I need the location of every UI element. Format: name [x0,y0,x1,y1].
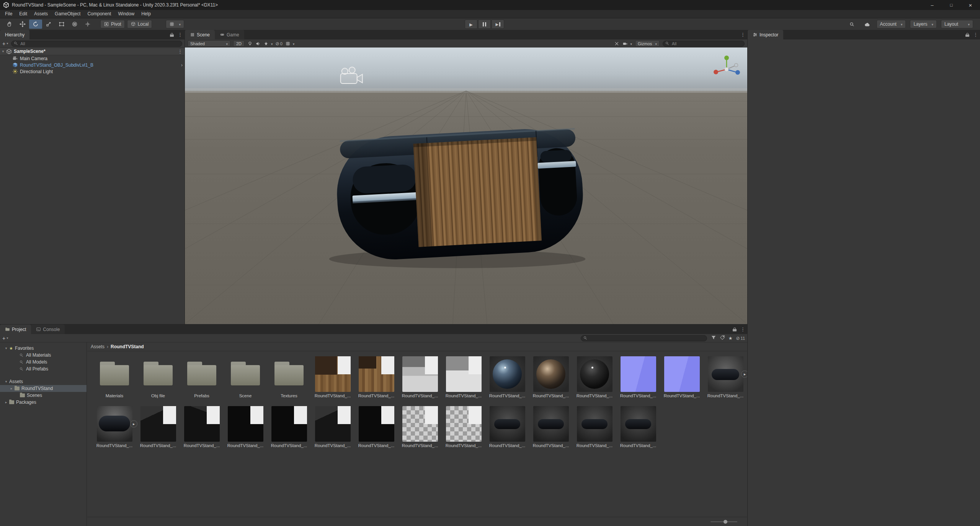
folder-item[interactable]: Obj file [138,356,178,406]
asset-item[interactable]: RoundTVStand_... [356,356,397,406]
hand-tool-button[interactable] [3,20,16,29]
project-lock-icon[interactable] [733,328,737,331]
project-create-button[interactable] [2,336,8,341]
saved-search-star-icon[interactable] [728,336,733,341]
menu-item-window[interactable]: Window [114,10,138,18]
sidebar-all-models[interactable]: All Models [0,359,87,365]
asset-item[interactable]: RoundTVStand_... [400,406,440,456]
tab-game[interactable]: Game [215,30,244,39]
inspector-lock-icon[interactable] [965,33,969,37]
expand-asset-button[interactable] [741,370,747,378]
project-search-field[interactable] [581,335,707,341]
hierarchy-scene-row[interactable]: ▾ SampleScene* [0,48,185,55]
asset-item[interactable]: RoundTVStand_... [618,356,658,406]
asset-item[interactable]: RoundTVStand_... [312,356,353,406]
asset-item[interactable]: RoundTVStand_... [225,406,266,456]
asset-item[interactable]: RoundTVStand_... [94,406,135,456]
breadcrumb-current[interactable]: RoundTVStand [111,344,144,349]
hierarchy-item-main-camera[interactable]: Main Camera [0,55,185,62]
scene-tools-icon[interactable] [614,41,619,46]
tab-hierarchy[interactable]: Hierarchy [0,30,29,39]
minimize-button[interactable] [923,0,942,10]
menu-item-help[interactable]: Help [138,10,154,18]
scale-tool-button[interactable] [42,20,55,29]
asset-item[interactable]: RoundTVStand_... [356,406,397,456]
asset-item[interactable]: RoundTVStand_... [487,356,528,406]
folder-item[interactable]: Scene [225,356,266,406]
move-tool-button[interactable] [16,20,29,29]
hierarchy-item-roundtvstand-obj-subdivlvl1-b[interactable]: RoundTVStand_OBJ_SubdivLvl1_B [0,62,185,68]
play-button[interactable] [465,20,477,29]
scene-row-menu-icon[interactable] [178,49,181,54]
menu-item-assets[interactable]: Assets [31,10,51,18]
local-toggle[interactable]: Local [127,20,152,28]
sidebar-assets[interactable]: ▾Assets [0,378,87,385]
scene-audio-toggle[interactable] [255,41,261,46]
rotate-tool-button[interactable] [29,20,42,29]
tree-caret-icon[interactable]: ▾ [3,346,9,350]
layout-dropdown[interactable]: Layout [941,20,973,28]
sidebar-roundtvstand[interactable]: ▸RoundTVStand [0,385,87,392]
2d-toggle[interactable]: 2D [233,40,245,47]
search-by-type-icon[interactable] [711,335,716,341]
pause-button[interactable] [478,20,491,29]
scene-search-input[interactable] [672,41,742,46]
scene-panel-menu-icon[interactable] [740,32,744,38]
rect-tool-button[interactable] [55,20,68,29]
hierarchy-item-directional-light[interactable]: Directional Light [0,68,185,75]
inspector-menu-icon[interactable] [973,32,977,38]
scene-viewport[interactable] [185,48,747,324]
expand-asset-button[interactable] [130,420,137,428]
sidebar-packages[interactable]: ▸Packages [0,399,87,406]
asset-item[interactable]: RoundTVStand_... [443,406,484,456]
tab-console[interactable]: Console [31,324,65,334]
close-button[interactable] [961,0,980,10]
folder-item[interactable]: Materials [94,356,135,406]
scene-effects-dropdown[interactable] [263,41,273,46]
asset-item[interactable]: RoundTVStand_... [181,406,222,456]
thumbnail-zoom-slider[interactable] [710,521,737,522]
tab-scene[interactable]: Scene [185,30,215,39]
asset-item[interactable]: RoundTVStand_... [574,356,615,406]
asset-item[interactable]: RoundTVStand_... [662,356,702,406]
folder-item[interactable]: Prefabs [181,356,222,406]
hierarchy-search-input[interactable] [20,41,179,46]
menu-item-component[interactable]: Component [84,10,114,18]
scene-search-field[interactable] [663,41,745,47]
tree-caret-icon[interactable]: ▸ [8,387,15,390]
asset-item[interactable]: RoundTVStand_... [618,406,658,456]
tree-caret-icon[interactable]: ▾ [3,380,9,383]
asset-item[interactable]: RoundTVStand_... [312,406,353,456]
unity-search-button[interactable] [847,20,858,28]
asset-item[interactable]: RoundTVStand_... [269,406,309,456]
asset-item[interactable]: RoundTVStand_... [443,356,484,406]
menu-item-edit[interactable]: Edit [16,10,31,18]
open-prefab-arrow-icon[interactable] [181,62,183,68]
hierarchy-lock-icon[interactable] [170,33,174,37]
collab-cloud-button[interactable] [862,20,872,28]
tree-caret-icon[interactable]: ▸ [3,400,9,404]
asset-item[interactable]: RoundTVStand_... [531,356,571,406]
tab-inspector[interactable]: Inspector [748,30,783,39]
scene-visibility-toggle[interactable]: 0 [276,41,283,46]
shading-mode-dropdown[interactable]: Shaded [188,40,230,47]
scene-lighting-toggle[interactable] [247,41,253,46]
asset-item[interactable]: RoundTVStand_... [705,356,746,406]
sidebar-scenes[interactable]: Scenes [0,392,87,399]
hierarchy-create-button[interactable] [2,41,8,46]
hierarchy-menu-icon[interactable] [178,32,181,38]
asset-item[interactable]: RoundTVStand_... [574,406,615,456]
pivot-toggle[interactable]: Pivot [100,20,125,28]
search-by-label-icon[interactable] [720,335,725,341]
zoom-slider-handle[interactable] [724,520,727,524]
asset-item[interactable]: RoundTVStand_... [531,406,571,456]
maximize-button[interactable] [942,0,961,10]
hierarchy-search-field[interactable] [11,41,182,47]
project-search-input[interactable] [590,336,704,341]
breadcrumb-root[interactable]: Assets [91,344,105,349]
transform-tool-button[interactable] [68,20,81,29]
sidebar-favorites[interactable]: ▾Favorites [0,345,87,352]
grid-snapping-button[interactable] [166,20,184,28]
account-dropdown[interactable]: Account [877,20,906,28]
hidden-packages-badge[interactable]: 11 [736,336,745,341]
